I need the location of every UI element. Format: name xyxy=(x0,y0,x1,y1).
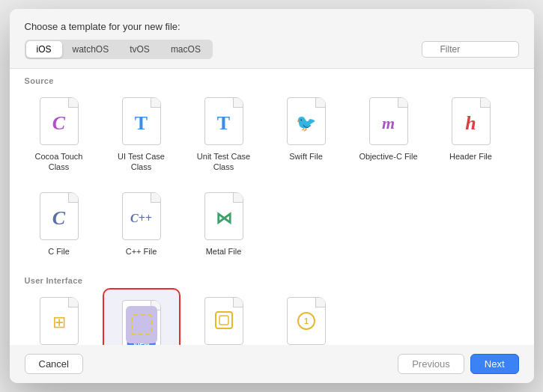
item-metal-label: Metal File xyxy=(206,246,242,257)
item-c-label: C File xyxy=(48,246,70,257)
cancel-button[interactable]: Cancel xyxy=(25,354,83,374)
item-unit-test-label: Unit Test Case Class xyxy=(191,151,257,173)
footer-right: Previous Next xyxy=(398,354,518,374)
c-symbol: C xyxy=(52,207,65,230)
item-cocoa-touch[interactable]: C Cocoa Touch Class xyxy=(22,90,97,177)
item-launch-screen-icon: 1 xyxy=(282,294,330,345)
item-cpp-icon: C++ xyxy=(118,189,166,243)
item-ui-test-label: UI Test Case Class xyxy=(109,151,175,173)
item-swift-icon: 🐦 xyxy=(282,94,330,148)
ui-test-symbol: T xyxy=(135,112,148,135)
item-c-icon: C xyxy=(35,189,83,243)
item-unit-test-icon: T xyxy=(200,94,248,148)
svg-rect-1 xyxy=(219,316,228,325)
item-cocoa-touch-icon: C xyxy=(35,94,83,148)
previous-button[interactable]: Previous xyxy=(398,354,464,374)
item-view[interactable]: View View xyxy=(104,290,179,345)
view-icon-wrapper xyxy=(126,306,157,343)
item-empty[interactable]: Empty xyxy=(186,290,261,345)
item-cpp-label: C++ File xyxy=(126,246,157,257)
cocoa-symbol: C xyxy=(52,112,65,135)
storyboard-symbol: ⊞ xyxy=(52,313,66,332)
item-cocoa-touch-label: Cocoa Touch Class xyxy=(26,151,92,173)
section-ui-label: User Interface xyxy=(22,269,522,290)
filter-input[interactable] xyxy=(422,41,519,58)
metal-symbol: ⋈ xyxy=(216,209,232,228)
view-dashed-rect xyxy=(131,314,152,335)
item-metal-icon: ⋈ xyxy=(200,189,248,243)
next-button[interactable]: Next xyxy=(470,354,519,374)
empty-symbol xyxy=(213,309,235,336)
header-symbol: h xyxy=(465,112,476,135)
item-view-icon: View xyxy=(118,294,166,345)
dialog-title: Choose a template for your new file: xyxy=(25,21,519,32)
template-dialog: Choose a template for your new file: iOS… xyxy=(10,9,534,383)
item-empty-icon xyxy=(200,294,248,345)
item-metal[interactable]: ⋈ Metal File xyxy=(186,185,261,261)
tab-watchos[interactable]: watchOS xyxy=(62,41,120,58)
unit-test-symbol: T xyxy=(217,112,230,135)
item-storyboard-icon: ⊞ xyxy=(35,294,83,345)
item-ui-test-icon: T xyxy=(118,94,166,148)
objc-symbol: m xyxy=(382,114,395,133)
item-header[interactable]: h Header File xyxy=(434,90,509,177)
item-objc-icon: m xyxy=(365,94,413,148)
ui-items-grid: ⊞ Storyboard View V xyxy=(22,290,522,345)
tab-ios[interactable]: iOS xyxy=(26,41,62,58)
svg-text:1: 1 xyxy=(303,316,308,325)
tab-macos[interactable]: macOS xyxy=(160,41,211,58)
item-unit-test[interactable]: T Unit Test Case Class xyxy=(186,90,261,177)
item-swift[interactable]: 🐦 Swift File xyxy=(269,90,344,177)
item-objc-label: Objective-C File xyxy=(359,151,417,162)
swift-symbol: 🐦 xyxy=(296,114,316,133)
item-header-icon: h xyxy=(447,94,495,148)
item-c[interactable]: C C File xyxy=(22,185,97,261)
tab-tvos[interactable]: tvOS xyxy=(119,41,160,58)
dialog-header: Choose a template for your new file: iOS… xyxy=(10,9,534,68)
cpp-symbol: C++ xyxy=(130,212,152,225)
source-items-grid: C Cocoa Touch Class T UI Test Case Class xyxy=(22,90,522,269)
dialog-footer: Cancel Previous Next xyxy=(10,345,534,383)
item-storyboard[interactable]: ⊞ Storyboard xyxy=(22,290,97,345)
platform-tabs: iOS watchOS tvOS macOS xyxy=(25,40,213,59)
item-cpp[interactable]: C++ C++ File xyxy=(104,185,179,261)
item-header-label: Header File xyxy=(449,151,492,162)
item-ui-test[interactable]: T UI Test Case Class xyxy=(104,90,179,177)
item-objc[interactable]: m Objective-C File xyxy=(351,90,426,177)
item-swift-label: Swift File xyxy=(289,151,323,162)
item-launch-screen[interactable]: 1 Launch Screen xyxy=(269,290,344,345)
content-area: Source C Cocoa Touch Class T UI xyxy=(10,68,534,345)
launch-symbol: 1 xyxy=(295,310,318,335)
svg-rect-0 xyxy=(216,312,232,328)
section-source-label: Source xyxy=(22,69,522,90)
filter-wrapper: ⌕ xyxy=(422,41,519,58)
